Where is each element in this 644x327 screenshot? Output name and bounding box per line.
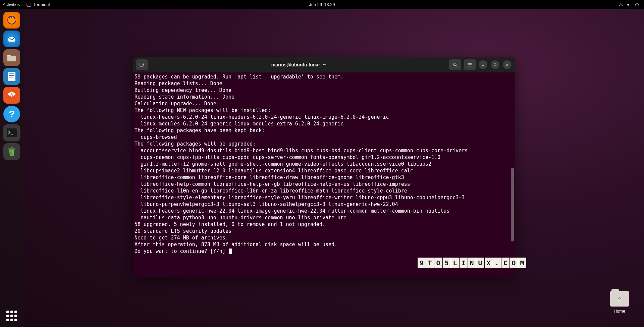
terminal-line: gir1.2-mutter-12 gnome-shell gnome-shell…: [135, 161, 513, 167]
dock-software[interactable]: A: [3, 87, 20, 104]
terminal-line: cups-browsed: [135, 134, 513, 141]
svg-rect-7: [8, 37, 15, 42]
files-icon: [7, 53, 17, 62]
svg-line-23: [456, 65, 457, 67]
terminal-line: cups-daemon cups-ipp-utils cups-ppdc cup…: [135, 154, 513, 161]
dock-thunderbird[interactable]: [3, 31, 20, 47]
desktop-home-label: Home: [610, 309, 629, 314]
terminal-line: After this operation, 878 MB of addition…: [135, 241, 513, 248]
terminal-line: Reading state information... Done: [135, 94, 513, 100]
watermark-char: .: [493, 258, 501, 268]
watermark-char: N: [468, 258, 476, 268]
topbar: Activities Terminal Jun 29 13:29: [0, 0, 644, 9]
watermark-char: O: [510, 258, 518, 268]
thunderbird-icon: [7, 34, 17, 44]
dock-help[interactable]: ?: [3, 106, 20, 122]
menu-button[interactable]: [464, 59, 476, 70]
dock-terminal[interactable]: [3, 124, 20, 141]
svg-rect-10: [9, 73, 14, 74]
svg-rect-14: [7, 128, 17, 137]
volume-icon: [627, 2, 631, 7]
dock-writer[interactable]: [3, 68, 20, 85]
terminal-line: libreoffice-help-common libreoffice-help…: [135, 181, 513, 187]
terminal-line: Need to get 274 MB of archives.: [135, 234, 513, 241]
svg-rect-9: [8, 72, 15, 81]
software-icon: A: [7, 90, 17, 100]
date-label: Jun 29: [309, 2, 322, 7]
watermark-char: O: [434, 258, 442, 268]
terminal-line: Do you want to continue? [Y/n]: [135, 248, 513, 255]
terminal-window: marius@ubuntu-lunar: ~ 59 packages can b…: [132, 57, 515, 277]
hamburger-icon: [468, 62, 472, 67]
trash-icon: [7, 147, 16, 157]
terminal-line: linux-headers-6.2.0-24 linux-headers-6.2…: [135, 114, 513, 120]
svg-rect-11: [9, 75, 14, 76]
close-button[interactable]: [503, 60, 512, 69]
terminal-line: libreoffice-style-elementary libreoffice…: [135, 194, 513, 201]
minimize-icon: [481, 63, 485, 67]
terminal-line: Calculating upgrade... Done: [135, 100, 513, 107]
scrollbar-thumb[interactable]: [511, 168, 514, 241]
svg-rect-8: [7, 56, 16, 61]
time-label: 13:29: [324, 2, 335, 7]
clock[interactable]: Jun 29 13:29: [309, 2, 335, 7]
terminal-line: The following packages will be upgraded:: [135, 141, 513, 147]
maximize-icon: [493, 63, 497, 67]
terminal-line: linux-headers-generic-hwe-22.04 linux-im…: [135, 208, 513, 214]
close-icon: [505, 63, 509, 67]
terminal-output[interactable]: 59 packages can be upgraded. Run 'apt li…: [132, 72, 515, 277]
folder-icon: ⌂: [610, 291, 629, 307]
terminal-line: libreoffice-l10n-en-gb libreoffice-l10n-…: [135, 187, 513, 194]
terminal-line: Reading package lists... Done: [135, 80, 513, 87]
minimize-button[interactable]: [479, 60, 487, 69]
watermark-char: C: [501, 258, 509, 268]
watermark-char: L: [451, 258, 459, 268]
new-tab-button[interactable]: [136, 59, 148, 70]
maximize-button[interactable]: [491, 60, 499, 69]
terminal-line: accountsservice bind9-dnsutils bind9-hos…: [135, 147, 513, 154]
system-status-area[interactable]: [619, 2, 641, 7]
svg-rect-0: [27, 3, 31, 6]
network-icon: [619, 2, 623, 7]
desktop-home-icon[interactable]: ⌂ Home: [610, 291, 629, 314]
show-applications[interactable]: [3, 308, 20, 324]
cursor: [229, 249, 232, 254]
terminal-line: 58 upgraded, 5 newly installed, 0 to rem…: [135, 221, 513, 228]
watermark-char: X: [485, 258, 493, 268]
apps-grid-icon: [6, 311, 17, 321]
power-icon: [635, 2, 639, 7]
watermark-char: U: [476, 258, 484, 268]
terminal-line: The following packages have been kept ba…: [135, 127, 513, 134]
terminal-line: nautilus-data python3-uno ubuntu-drivers…: [135, 214, 513, 221]
terminal-icon: [26, 2, 31, 7]
watermark-char: 9: [418, 258, 426, 268]
svg-point-22: [453, 63, 456, 66]
dock-files[interactable]: [3, 49, 20, 66]
firefox-icon: [6, 14, 17, 26]
writer-icon: [7, 71, 16, 82]
search-button[interactable]: [449, 59, 461, 70]
watermark-char: 5: [443, 258, 451, 268]
terminal-line: linux-modules-6.2.0-24-generic linux-mod…: [135, 120, 513, 127]
svg-text:A: A: [10, 92, 13, 96]
watermark-char: M: [518, 258, 526, 268]
search-icon: [453, 62, 458, 67]
new-tab-icon: [139, 62, 145, 67]
watermark: 9TO5LINUX.COM: [418, 258, 527, 268]
activities-button[interactable]: Activities: [3, 2, 20, 7]
dock-firefox[interactable]: [3, 12, 20, 29]
terminal-line: 20 standard LTS security updates: [135, 228, 513, 234]
svg-rect-28: [494, 64, 496, 66]
dock-trash[interactable]: [3, 143, 20, 160]
active-app-indicator[interactable]: Terminal: [26, 2, 50, 7]
terminal-line: libcupsimage2 libmutter-12-0 libnautilus…: [135, 167, 513, 174]
svg-rect-17: [11, 147, 13, 149]
terminal-app-icon: [7, 128, 17, 137]
terminal-line: libuno-purpenvhelpergcc3-3 libuno-sal3 l…: [135, 201, 513, 208]
titlebar[interactable]: marius@ubuntu-lunar: ~: [132, 57, 515, 72]
window-title: marius@ubuntu-lunar: ~: [151, 62, 446, 67]
active-app-label: Terminal: [33, 2, 50, 7]
watermark-char: T: [426, 258, 434, 268]
terminal-line: The following NEW packages will be insta…: [135, 107, 513, 114]
terminal-line: libreoffice-common libreoffice-core libr…: [135, 174, 513, 181]
